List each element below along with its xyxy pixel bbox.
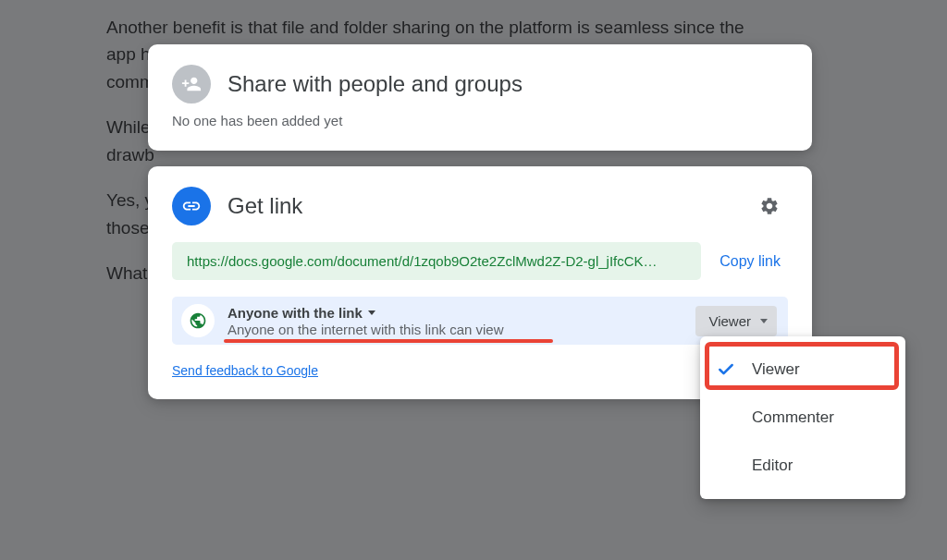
link-icon	[172, 187, 211, 225]
settings-button[interactable]	[751, 188, 788, 225]
role-dropdown: Viewer Commenter Editor	[700, 336, 905, 499]
role-option-label: Editor	[752, 457, 793, 475]
gear-icon	[759, 196, 780, 216]
share-people-card: Share with people and groups No one has …	[148, 44, 812, 151]
globe-icon	[181, 304, 215, 337]
chevron-down-icon	[368, 310, 375, 315]
annotation-underline	[224, 339, 553, 343]
link-permission-row: Anyone with the link Anyone on the inter…	[172, 297, 788, 345]
share-title: Share with people and groups	[228, 71, 523, 97]
role-selector[interactable]: Viewer	[695, 306, 777, 336]
chevron-down-icon	[760, 319, 768, 323]
link-scope-description: Anyone on the internet with this link ca…	[228, 322, 695, 337]
share-url[interactable]: https://docs.google.com/document/d/1zqob…	[172, 242, 701, 280]
role-selector-label: Viewer	[708, 313, 751, 329]
role-option-label: Viewer	[752, 360, 800, 379]
send-feedback-link[interactable]: Send feedback to Google	[172, 363, 318, 378]
role-option-viewer[interactable]: Viewer	[700, 346, 905, 394]
share-subtitle: No one has been added yet	[172, 113, 788, 128]
link-scope-label: Anyone with the link	[228, 305, 363, 321]
role-option-commenter[interactable]: Commenter	[700, 394, 905, 442]
role-option-editor[interactable]: Editor	[700, 442, 905, 490]
role-option-label: Commenter	[752, 408, 834, 427]
copy-link-button[interactable]: Copy link	[712, 244, 788, 279]
get-link-title: Get link	[228, 193, 734, 219]
link-scope-selector[interactable]: Anyone with the link	[228, 305, 695, 321]
person-add-icon	[172, 65, 211, 103]
check-icon	[717, 360, 737, 379]
